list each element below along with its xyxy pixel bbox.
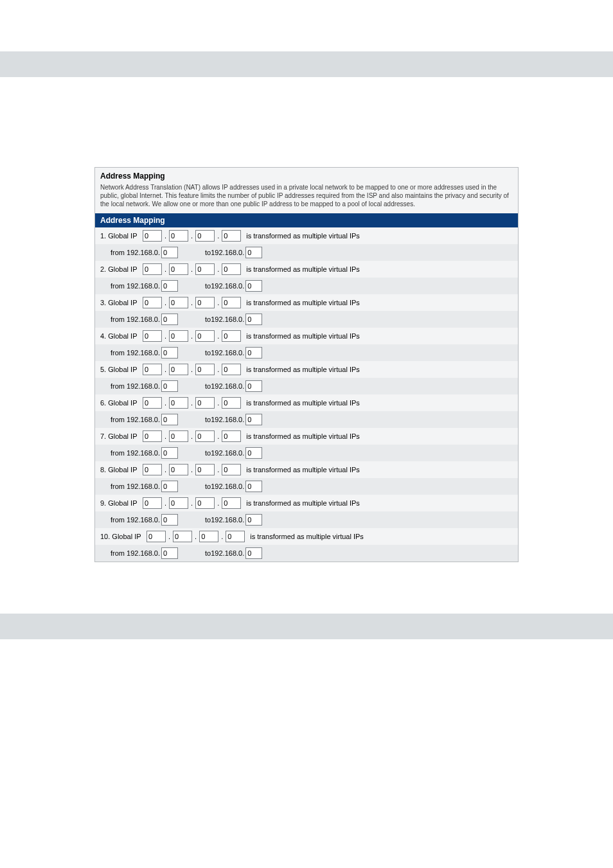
global-ip-octet[interactable] bbox=[143, 364, 162, 375]
mapping-entry: 1. Global IP...is transformed as multipl… bbox=[95, 227, 518, 261]
global-ip-octet[interactable] bbox=[222, 430, 241, 442]
from-octet[interactable] bbox=[161, 447, 178, 459]
global-ip-octet[interactable] bbox=[226, 531, 245, 542]
global-ip-octet[interactable] bbox=[169, 497, 188, 509]
panel-description: Network Address Translation (NAT) allows… bbox=[95, 182, 518, 213]
from-octet[interactable] bbox=[161, 414, 178, 425]
from-to-row: from 192.168.0.to192.168.0. bbox=[95, 411, 518, 428]
from-group: from 192.168.0. bbox=[100, 447, 178, 459]
from-group: from 192.168.0. bbox=[100, 414, 178, 425]
global-ip-octet[interactable] bbox=[195, 364, 215, 375]
from-label: from 192.168.0. bbox=[111, 249, 160, 256]
global-ip-octet[interactable] bbox=[169, 230, 188, 242]
global-ip-octet[interactable] bbox=[143, 330, 162, 342]
global-ip-octet[interactable] bbox=[195, 430, 215, 442]
global-ip-octet[interactable] bbox=[222, 263, 241, 275]
global-ip-octet[interactable] bbox=[222, 497, 241, 509]
global-ip-octet[interactable] bbox=[169, 297, 188, 308]
mapping-entry: 7. Global IP...is transformed as multipl… bbox=[95, 428, 518, 461]
global-ip-octet[interactable] bbox=[195, 497, 215, 509]
global-ip-octet[interactable] bbox=[169, 364, 188, 375]
global-ip-octet[interactable] bbox=[195, 230, 215, 242]
to-octet[interactable] bbox=[245, 481, 262, 492]
global-ip-octet[interactable] bbox=[199, 531, 218, 542]
address-mapping-panel: Address Mapping Network Address Translat… bbox=[94, 167, 519, 562]
global-ip-octet[interactable] bbox=[195, 330, 215, 342]
global-ip-octet[interactable] bbox=[222, 330, 241, 342]
to-octet[interactable] bbox=[245, 514, 262, 526]
global-ip-octet[interactable] bbox=[195, 464, 215, 475]
global-ip-octet[interactable] bbox=[143, 430, 162, 442]
dot-separator: . bbox=[163, 466, 168, 474]
dot-separator: . bbox=[216, 332, 220, 340]
from-octet[interactable] bbox=[161, 547, 178, 559]
from-octet[interactable] bbox=[161, 514, 178, 526]
from-octet[interactable] bbox=[161, 380, 178, 392]
from-octet[interactable] bbox=[161, 347, 178, 359]
mapping-entry: 9. Global IP...is transformed as multipl… bbox=[95, 495, 518, 528]
to-label: to192.168.0. bbox=[205, 382, 244, 390]
from-group: from 192.168.0. bbox=[100, 280, 178, 292]
from-octet[interactable] bbox=[161, 247, 178, 258]
dot-separator: . bbox=[190, 466, 194, 474]
entry-index-label: 2. Global IP bbox=[100, 265, 141, 273]
global-ip-octet[interactable] bbox=[143, 397, 162, 409]
global-ip-row: 7. Global IP...is transformed as multipl… bbox=[95, 428, 518, 445]
global-ip-octet[interactable] bbox=[169, 464, 188, 475]
from-label: from 192.168.0. bbox=[111, 483, 160, 490]
global-ip-octet[interactable] bbox=[143, 297, 162, 308]
dot-separator: . bbox=[163, 265, 168, 273]
mapping-entry: 6. Global IP...is transformed as multipl… bbox=[95, 394, 518, 428]
global-ip-octet[interactable] bbox=[173, 531, 192, 542]
to-octet[interactable] bbox=[245, 380, 262, 392]
dot-separator: . bbox=[163, 432, 168, 440]
from-group: from 192.168.0. bbox=[100, 314, 178, 325]
from-group: from 192.168.0. bbox=[100, 481, 178, 492]
from-octet[interactable] bbox=[161, 481, 178, 492]
global-ip-octet[interactable] bbox=[195, 397, 215, 409]
global-ip-octet[interactable] bbox=[169, 263, 188, 275]
to-octet[interactable] bbox=[245, 247, 262, 258]
global-ip-octet[interactable] bbox=[195, 263, 215, 275]
global-ip-octet[interactable] bbox=[169, 430, 188, 442]
global-ip-octet[interactable] bbox=[222, 464, 241, 475]
transform-text: is transformed as multiple virtual IPs bbox=[242, 499, 360, 507]
global-ip-octet[interactable] bbox=[143, 230, 162, 242]
global-ip-octet[interactable] bbox=[143, 263, 162, 275]
global-ip-octet[interactable] bbox=[195, 297, 215, 308]
global-ip-octet[interactable] bbox=[222, 297, 241, 308]
from-label: from 192.168.0. bbox=[111, 449, 160, 457]
global-ip-octet[interactable] bbox=[147, 531, 166, 542]
global-ip-row: 3. Global IP...is transformed as multipl… bbox=[95, 294, 518, 311]
to-octet[interactable] bbox=[245, 447, 262, 459]
to-label: to192.168.0. bbox=[205, 249, 244, 256]
transform-text: is transformed as multiple virtual IPs bbox=[242, 366, 360, 373]
to-group: to192.168.0. bbox=[179, 347, 262, 359]
to-label: to192.168.0. bbox=[205, 483, 244, 490]
from-octet[interactable] bbox=[161, 314, 178, 325]
from-octet[interactable] bbox=[161, 280, 178, 292]
to-octet[interactable] bbox=[245, 347, 262, 359]
global-ip-octet[interactable] bbox=[143, 464, 162, 475]
to-group: to192.168.0. bbox=[179, 380, 262, 392]
global-ip-octet[interactable] bbox=[222, 364, 241, 375]
dot-separator: . bbox=[216, 232, 220, 240]
to-group: to192.168.0. bbox=[179, 247, 262, 258]
global-ip-row: 8. Global IP...is transformed as multipl… bbox=[95, 461, 518, 478]
to-label: to192.168.0. bbox=[205, 349, 244, 357]
to-octet[interactable] bbox=[245, 414, 262, 425]
to-octet[interactable] bbox=[245, 280, 262, 292]
global-ip-octet[interactable] bbox=[143, 497, 162, 509]
from-to-row: from 192.168.0.to192.168.0. bbox=[95, 344, 518, 361]
to-octet[interactable] bbox=[245, 547, 262, 559]
mapping-entry: 4. Global IP...is transformed as multipl… bbox=[95, 328, 518, 361]
global-ip-octet[interactable] bbox=[169, 397, 188, 409]
global-ip-octet[interactable] bbox=[222, 397, 241, 409]
global-ip-row: 5. Global IP...is transformed as multipl… bbox=[95, 361, 518, 378]
dot-separator: . bbox=[190, 299, 194, 306]
to-octet[interactable] bbox=[245, 314, 262, 325]
to-group: to192.168.0. bbox=[179, 280, 262, 292]
global-ip-octet[interactable] bbox=[222, 230, 241, 242]
dot-separator: . bbox=[216, 399, 220, 407]
global-ip-octet[interactable] bbox=[169, 330, 188, 342]
